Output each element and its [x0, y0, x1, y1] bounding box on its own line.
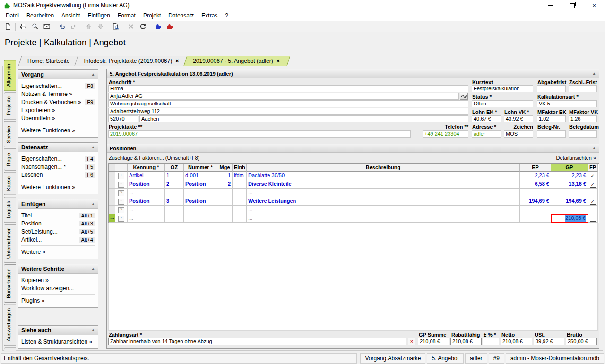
- cell-einh[interactable]: [233, 180, 247, 189]
- cell-beschreibung[interactable]: ...: [247, 189, 520, 197]
- cell-einh[interactable]: lfdm: [233, 172, 247, 180]
- cell-oz[interactable]: 1: [165, 172, 184, 180]
- menu-extras[interactable]: Extras: [198, 11, 221, 20]
- telefon-field[interactable]: +49 241 23304: [423, 130, 468, 138]
- sidebar-item-exportieren[interactable]: Exportieren »: [21, 106, 95, 114]
- cell-gp[interactable]: 13,16 €: [551, 180, 588, 189]
- city-field[interactable]: Aachen: [139, 115, 468, 122]
- sidebar-item-listen-strukturansichten[interactable]: Listen & Strukturansichten »: [21, 338, 95, 346]
- email-button[interactable]: [41, 22, 52, 32]
- cell-beschreibung[interactable]: Diverse Kleinteile: [247, 180, 520, 189]
- panel-weitere-schritte-header[interactable]: Weitere Schritte ▲: [18, 264, 98, 274]
- mfaktor-ek-field[interactable]: 1,02: [537, 115, 566, 122]
- cell-gp[interactable]: 194,69 €: [551, 197, 588, 206]
- zuschlaege-faktoren-link[interactable]: Zuschläge & Faktoren... (Umschalt+F8): [109, 155, 199, 161]
- cell-ep[interactable]: [520, 206, 551, 214]
- cell-kennung[interactable]: Artikel: [128, 172, 165, 180]
- menu-hilfe[interactable]: ?: [221, 11, 232, 20]
- menu-einfuegen[interactable]: Einfügen: [84, 11, 113, 20]
- cell-einh[interactable]: [233, 197, 247, 206]
- vtab-unternehmer[interactable]: Unternehmer: [4, 224, 16, 263]
- cell-fp[interactable]: [588, 180, 598, 189]
- sidebar-item-nachschlagen[interactable]: Nachschlagen... *F5: [21, 163, 95, 171]
- cell-fp[interactable]: [588, 206, 598, 214]
- row-selector[interactable]: [109, 189, 115, 197]
- zahlungsart-field[interactable]: Zahlbar innerhalb von 14 Tagen ohne Abzu…: [108, 338, 406, 345]
- cell-oz[interactable]: [165, 189, 184, 197]
- column-header-mge[interactable]: Mge: [217, 164, 233, 172]
- kurztext-field[interactable]: Festpreiskalkulation: [472, 85, 533, 92]
- vtab-allgemein[interactable]: Allgemein: [4, 60, 16, 91]
- redo-button[interactable]: [68, 22, 79, 32]
- sidebar-item-plugins[interactable]: Plugins »: [21, 296, 95, 304]
- menu-ansicht[interactable]: Ansicht: [58, 11, 84, 20]
- new-document-button[interactable]: [2, 22, 14, 32]
- row-selector[interactable]: [109, 197, 115, 206]
- mfaktor-vk-field[interactable]: 1,26: [569, 115, 597, 122]
- panel-einfuegen-header[interactable]: Einfügen ▲: [18, 199, 98, 209]
- print-button[interactable]: [17, 22, 29, 32]
- cell-fp[interactable]: [588, 197, 598, 206]
- cell-mge[interactable]: [217, 197, 233, 206]
- fp-checkbox-checked[interactable]: [590, 199, 596, 205]
- fp-checkbox-unchecked[interactable]: [590, 216, 596, 222]
- tab-infodesk-projektakte[interactable]: Infodesk: Projektakte (2019.00067) ×: [76, 56, 188, 66]
- cell-oz[interactable]: 3: [165, 197, 184, 206]
- sidebar-item-workflow-anzeigen[interactable]: Workflow anzeigen...: [21, 284, 95, 292]
- sidebar-item-weitere-funktionen-vorgang[interactable]: Weitere Funktionen »: [21, 126, 95, 134]
- sidebar-item-eigenschaften-vorgang[interactable]: Eigenschaften...F8: [21, 82, 95, 90]
- cell-gp-selected[interactable]: 210,08 €: [551, 214, 588, 223]
- cell-oz[interactable]: [165, 214, 184, 223]
- cell-fp[interactable]: [588, 172, 598, 180]
- tab-angebot-active[interactable]: 2019.00067 - 5. Angebot (adler) ×: [185, 56, 289, 66]
- cell-gp[interactable]: 2,23 €: [551, 172, 588, 180]
- sidebar-item-drucken-verbuchen[interactable]: Drucken & Verbuchen »F9: [21, 98, 95, 106]
- vtab-auswertungen[interactable]: Auswertungen: [4, 304, 16, 346]
- cell-fp[interactable]: [588, 189, 598, 197]
- sidebar-item-uebermitteln[interactable]: Übermitteln »: [21, 114, 95, 122]
- column-header-nummer[interactable]: Nummer *: [184, 164, 217, 172]
- vtab-projekte[interactable]: Projekte: [4, 92, 16, 120]
- cell-kennung[interactable]: ...: [128, 214, 165, 223]
- cell-beschreibung[interactable]: Dachlatte 30/50: [247, 172, 520, 180]
- cell-einh[interactable]: [233, 189, 247, 197]
- cell-nummer[interactable]: [184, 206, 217, 214]
- column-header-beschreibung[interactable]: Beschreibung: [247, 164, 520, 172]
- tree-cell[interactable]: +: [115, 172, 128, 180]
- more-tree-icon[interactable]: »: [118, 207, 124, 213]
- column-header-gp[interactable]: GP: [551, 164, 588, 172]
- vtab-bueroarbeiten[interactable]: Büroarbeiten: [4, 264, 16, 303]
- sidebar-item-weitere-funktionen-datensatz[interactable]: Weitere Funktionen »: [21, 183, 95, 191]
- tab-home-startseite[interactable]: Home: Startseite: [20, 56, 79, 66]
- cell-nummer[interactable]: Position: [184, 180, 217, 189]
- plugin-red-button[interactable]: [164, 22, 175, 32]
- column-header-kennung[interactable]: Kennung *: [128, 164, 165, 172]
- cell-nummer[interactable]: Position: [184, 197, 217, 206]
- cell-ep[interactable]: [520, 189, 551, 197]
- edit-address-button[interactable]: [460, 93, 468, 100]
- collapse-icon[interactable]: ▲: [592, 71, 596, 76]
- cell-mge[interactable]: 2: [217, 180, 233, 189]
- menu-projekt[interactable]: Projekt: [139, 11, 164, 20]
- tree-cell[interactable]: »: [115, 189, 128, 197]
- cell-beschreibung[interactable]: ...: [247, 214, 520, 223]
- column-header-oz[interactable]: OZ: [165, 164, 184, 172]
- vtab-service[interactable]: Service: [4, 121, 16, 147]
- cell-mge[interactable]: [217, 214, 233, 223]
- zip-field[interactable]: 52070: [108, 115, 138, 122]
- cell-mge[interactable]: [217, 189, 233, 197]
- column-header-ep[interactable]: EP: [520, 164, 551, 172]
- cell-ep[interactable]: 194,69 €: [520, 197, 551, 206]
- document-preview-button[interactable]: [110, 22, 121, 32]
- cell-gp[interactable]: [551, 206, 588, 214]
- tab-close-icon[interactable]: ×: [175, 59, 179, 63]
- sidebar-item-set-leistung[interactable]: Set/Leistung...Alt+5: [21, 227, 95, 235]
- sidebar-item-titel[interactable]: Titel...Alt+1: [21, 211, 95, 219]
- cell-mge[interactable]: 1: [217, 172, 233, 180]
- belegdatum-field[interactable]: [569, 130, 597, 138]
- column-header-fp[interactable]: FP: [588, 164, 598, 172]
- lohn-vk-field[interactable]: 43,92 €: [504, 115, 533, 122]
- cell-ep[interactable]: 6,58 €: [520, 180, 551, 189]
- panel-siehe-auch-header[interactable]: Siehe auch ▲: [18, 326, 98, 335]
- row-selector[interactable]: [109, 206, 115, 214]
